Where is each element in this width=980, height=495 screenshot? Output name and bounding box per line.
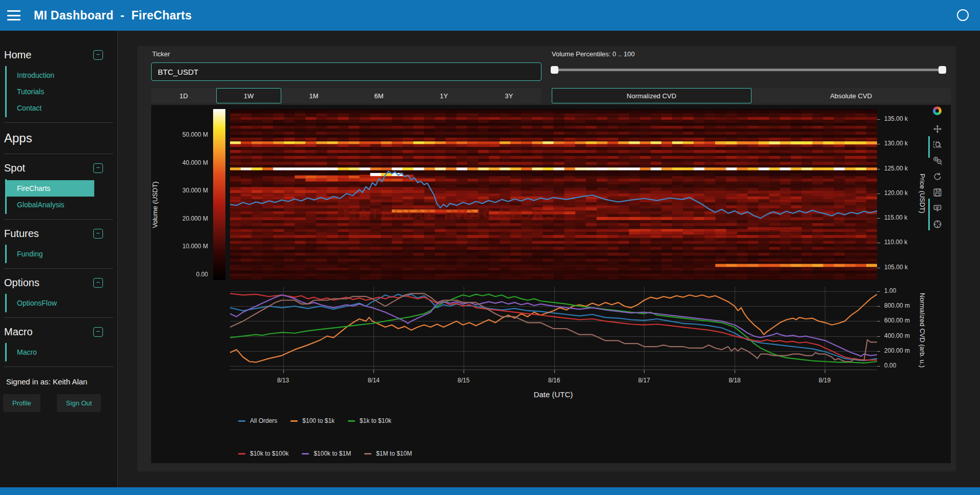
divider xyxy=(4,154,113,154)
legend-swatch xyxy=(364,453,371,455)
time-range-button-6m[interactable]: 6M xyxy=(346,88,411,103)
divider xyxy=(4,122,113,123)
legend-item--100k-to-1m[interactable]: $100k to $1M xyxy=(302,450,351,457)
price-tick-label: 115.00 k xyxy=(884,214,907,221)
legend-item-all-orders[interactable]: All Orders xyxy=(238,417,277,424)
volume-heatmap-plot[interactable] xyxy=(230,109,877,280)
time-range-button-1y[interactable]: 1Y xyxy=(411,88,476,103)
tick-mark xyxy=(877,193,880,194)
active-toggle-indicator xyxy=(928,199,930,230)
tick-mark xyxy=(877,218,880,219)
legend-swatch xyxy=(290,420,298,422)
save-icon[interactable] xyxy=(931,186,943,198)
box-zoom-icon[interactable] xyxy=(931,139,943,150)
volume-tick-label: 30.000 M xyxy=(167,187,208,194)
date-tick-label: 8/16 xyxy=(547,377,562,384)
cvd-mode-button-absolute-cvd[interactable]: Absolute CVD xyxy=(752,88,951,103)
price-tick-label: 130.00 k xyxy=(884,140,908,147)
time-range-button-1d[interactable]: 1D xyxy=(151,88,216,103)
price-axis-title: Price (USDT) xyxy=(919,174,926,213)
time-range-button-3y[interactable]: 3Y xyxy=(476,88,541,103)
tick-mark xyxy=(877,144,880,144)
sidebar-item-macro[interactable]: Macro xyxy=(7,344,117,360)
ticker-label: Ticker xyxy=(152,50,170,58)
app-root: MI Dashboard - FireCharts Home−Introduct… xyxy=(0,0,980,495)
legend-item--1k-to-10k[interactable]: $1k to $10k xyxy=(348,417,391,424)
tick-mark xyxy=(283,370,284,373)
section-heading: Options xyxy=(4,277,39,289)
sign-out-button[interactable]: Sign Out xyxy=(57,394,101,412)
app-header: MI Dashboard - FireCharts xyxy=(0,0,980,31)
legend-label: $1k to $10k xyxy=(360,417,391,424)
section-heading: Futures xyxy=(4,228,39,240)
reset-axes-icon[interactable] xyxy=(931,170,943,182)
price-tick-label: 135.00 k xyxy=(884,115,908,122)
legend-swatch xyxy=(348,420,355,422)
price-tick-label: 125.00 k xyxy=(884,165,908,172)
tick-mark xyxy=(464,370,464,373)
plotly-logo-icon[interactable] xyxy=(931,105,943,117)
divider xyxy=(4,317,113,318)
volume-percentile-slider[interactable] xyxy=(552,69,945,71)
tick-mark xyxy=(877,243,880,243)
cvd-mode-group: Normalized CVDAbsolute CVD xyxy=(552,88,951,103)
divider xyxy=(4,367,113,367)
sidebar-item-optionsflow[interactable]: OptionsFlow xyxy=(7,295,117,311)
sidebar-item-group: IntroductionTutorialsContact xyxy=(5,66,117,117)
date-tick-label: 8/15 xyxy=(456,377,471,384)
collapse-icon[interactable]: − xyxy=(93,327,103,337)
profile-button[interactable]: Profile xyxy=(3,394,40,412)
sidebar-item-group: FireChartsGlobalAnalysis xyxy=(5,179,117,214)
sidebar-item-firecharts[interactable]: FireCharts xyxy=(7,180,94,197)
sidebar-item-group: Macro xyxy=(5,343,117,361)
price-tick-label: 105.00 k xyxy=(884,264,908,271)
collapse-icon[interactable]: − xyxy=(93,229,103,239)
date-tick-label: 8/18 xyxy=(727,377,742,384)
date-tick-label: 8/13 xyxy=(276,377,291,384)
sidebar-item-tutorials[interactable]: Tutorials xyxy=(7,83,117,100)
sidebar-item-introduction[interactable]: Introduction xyxy=(7,67,117,83)
x-axis-title: Date (UTC) xyxy=(534,390,573,399)
collapse-icon[interactable]: − xyxy=(93,163,103,173)
sidebar-item-funding[interactable]: Funding xyxy=(7,246,117,262)
cvd-mode-button-normalized-cvd[interactable]: Normalized CVD xyxy=(552,88,752,103)
time-range-group: 1D1W1M6M1Y3Y xyxy=(151,88,541,103)
sidebar: Home−IntroductionTutorialsContactAppsSpo… xyxy=(0,31,118,487)
time-range-button-1w[interactable]: 1W xyxy=(216,88,281,103)
sidebar-section-options: Options− xyxy=(0,274,117,292)
time-range-button-1m[interactable]: 1M xyxy=(281,88,346,103)
cvd-line-plot[interactable] xyxy=(230,287,877,370)
page-title: MI Dashboard - FireCharts xyxy=(34,9,192,23)
collapse-icon[interactable]: − xyxy=(93,278,103,288)
active-tool-indicator xyxy=(928,136,930,158)
date-tick-label: 8/17 xyxy=(636,377,652,384)
slider-handle-min[interactable] xyxy=(551,66,558,74)
legend-swatch xyxy=(238,453,245,455)
legend-label: All Orders xyxy=(250,417,277,424)
section-heading: Home xyxy=(4,49,31,61)
tick-mark xyxy=(554,370,555,373)
footer-bar xyxy=(0,487,980,495)
tick-mark xyxy=(877,306,880,307)
sidebar-item-group: Funding xyxy=(5,245,117,263)
legend-item--100-to-1k[interactable]: $100 to $1k xyxy=(290,417,335,424)
loading-ring-icon xyxy=(957,9,969,21)
toggle-hover-icon[interactable] xyxy=(931,202,943,214)
sidebar-item-globalanalysis[interactable]: GlobalAnalysis xyxy=(7,197,117,213)
pan-icon[interactable] xyxy=(931,123,943,135)
ticker-input[interactable] xyxy=(151,62,541,81)
legend-item--10k-to-100k[interactable]: $10k to $100k xyxy=(238,450,288,457)
section-heading: Macro xyxy=(4,326,33,338)
zoom-in-out-icon[interactable] xyxy=(931,155,943,166)
tick-mark xyxy=(735,370,735,373)
legend-swatch xyxy=(238,420,245,422)
legend-item--1m-to-10m[interactable]: $1M to $10M xyxy=(364,450,412,457)
hamburger-menu-icon[interactable] xyxy=(7,10,20,20)
spike-lines-icon[interactable] xyxy=(931,218,943,230)
tick-mark xyxy=(373,370,374,373)
cvd-axis-title: Normalized CVD (arb. u.) xyxy=(919,293,926,368)
collapse-icon[interactable]: − xyxy=(93,50,103,60)
volume-percentiles-label: Volume Percentiles: 0 .. 100 xyxy=(552,50,635,58)
sidebar-item-contact[interactable]: Contact xyxy=(7,100,117,116)
slider-handle-max[interactable] xyxy=(939,66,946,74)
